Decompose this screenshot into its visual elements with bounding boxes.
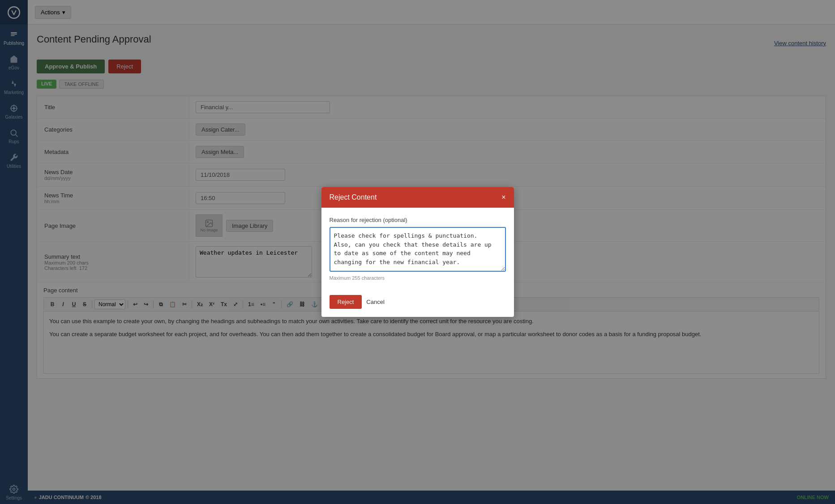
modal-cancel-button[interactable]: Cancel xyxy=(366,299,384,305)
modal-overlay[interactable]: Reject Content × Reason for rejection (o… xyxy=(0,0,835,504)
modal-header: Reject Content × xyxy=(321,187,514,208)
reason-label: Reason for rejection (optional) xyxy=(330,217,506,223)
rejection-reason-textarea[interactable]: Please check for spellings & punctuation… xyxy=(330,227,506,272)
modal-close-button[interactable]: × xyxy=(501,194,505,201)
modal-footer: Reject Cancel xyxy=(321,290,514,317)
modal-body: Reason for rejection (optional) Please c… xyxy=(321,208,514,290)
char-limit-label: Maximum 255 characters xyxy=(330,275,506,281)
modal-title: Reject Content xyxy=(330,193,377,201)
modal-reject-button[interactable]: Reject xyxy=(330,295,362,309)
reject-content-modal: Reject Content × Reason for rejection (o… xyxy=(321,187,514,317)
